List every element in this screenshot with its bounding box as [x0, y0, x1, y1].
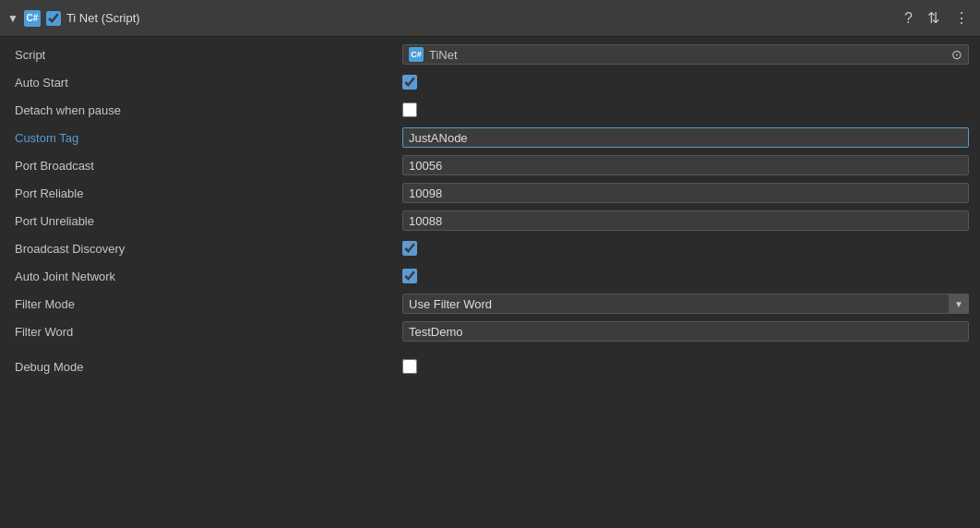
- script-field[interactable]: C# TiNet ⊙: [402, 44, 969, 65]
- filter-mode-value: Use Filter WordNo FilterWhitelistBlackli…: [402, 294, 969, 314]
- script-name: TiNet: [429, 48, 458, 62]
- auto-start-label: Auto Start: [15, 76, 402, 90]
- broadcast-discovery-value: [402, 241, 969, 256]
- port-unreliable-value: [402, 210, 969, 231]
- filter-word-field-row: Filter Word: [0, 318, 980, 345]
- detach-when-pause-value: [402, 102, 969, 117]
- broadcast-discovery-checkbox[interactable]: [402, 241, 417, 256]
- component-enabled-checkbox[interactable]: [46, 11, 61, 26]
- debug-mode-value: [402, 359, 969, 374]
- filter-word-value: [402, 321, 969, 342]
- auto-joint-network-label: Auto Joint Network: [15, 270, 402, 283]
- pin-button[interactable]: ⇅: [924, 9, 943, 28]
- script-label: Script: [15, 48, 402, 62]
- debug-mode-checkbox[interactable]: [402, 359, 417, 374]
- help-button[interactable]: ?: [901, 9, 916, 28]
- port-unreliable-field-row: Port Unreliable: [0, 207, 980, 234]
- divider: [0, 345, 980, 353]
- filter-mode-field-row: Filter Mode Use Filter WordNo FilterWhit…: [0, 290, 980, 318]
- filter-word-label: Filter Word: [15, 325, 402, 339]
- port-reliable-input[interactable]: [402, 183, 969, 203]
- script-field-row: Script C# TiNet ⊙: [0, 41, 980, 68]
- script-inner: C# TiNet: [409, 47, 951, 62]
- port-unreliable-input[interactable]: [402, 210, 969, 231]
- port-unreliable-label: Port Unreliable: [15, 214, 402, 228]
- debug-mode-label: Debug Mode: [15, 360, 402, 374]
- header-actions: ? ⇅ ⋮: [901, 9, 973, 28]
- port-reliable-field-row: Port Reliable: [0, 179, 980, 207]
- auto-joint-network-checkbox[interactable]: [402, 269, 417, 283]
- detach-when-pause-label: Detach when pause: [15, 103, 402, 117]
- custom-tag-value: [402, 127, 969, 148]
- filter-mode-select-wrap: Use Filter WordNo FilterWhitelistBlackli…: [402, 294, 969, 314]
- port-reliable-label: Port Reliable: [15, 186, 402, 200]
- port-broadcast-input[interactable]: [402, 155, 969, 175]
- component-panel: ▼ C# Ti Net (Script) ? ⇅ ⋮ Script C# TiN…: [0, 0, 980, 384]
- collapse-chevron-icon[interactable]: ▼: [7, 12, 18, 25]
- broadcast-discovery-field-row: Broadcast Discovery: [0, 234, 980, 262]
- filter-mode-select[interactable]: Use Filter WordNo FilterWhitelistBlackli…: [402, 294, 969, 314]
- custom-tag-input[interactable]: [402, 127, 969, 148]
- cs-icon: C#: [24, 10, 41, 27]
- port-broadcast-label: Port Broadcast: [15, 159, 402, 173]
- script-cs-icon: C#: [409, 47, 424, 62]
- detach-when-pause-checkbox[interactable]: [402, 102, 417, 117]
- custom-tag-field-row: Custom Tag: [0, 124, 980, 151]
- panel-title: Ti Net (Script): [66, 11, 895, 25]
- auto-start-value: [402, 75, 969, 90]
- port-broadcast-field-row: Port Broadcast: [0, 151, 980, 179]
- port-reliable-value: [402, 183, 969, 203]
- script-target-button[interactable]: ⊙: [951, 47, 962, 62]
- auto-start-field-row: Auto Start: [0, 68, 980, 96]
- debug-mode-field-row: Debug Mode: [0, 353, 980, 380]
- script-value-wrap: C# TiNet ⊙: [402, 44, 969, 65]
- detach-when-pause-field-row: Detach when pause: [0, 96, 980, 124]
- broadcast-discovery-label: Broadcast Discovery: [15, 242, 402, 256]
- auto-joint-network-field-row: Auto Joint Network: [0, 262, 980, 290]
- custom-tag-label: Custom Tag: [15, 131, 402, 145]
- filter-mode-label: Filter Mode: [15, 297, 402, 311]
- panel-body: Script C# TiNet ⊙ Auto Start Detach when…: [0, 37, 980, 384]
- port-broadcast-value: [402, 155, 969, 175]
- panel-header: ▼ C# Ti Net (Script) ? ⇅ ⋮: [0, 0, 980, 37]
- filter-word-input[interactable]: [402, 321, 969, 342]
- menu-button[interactable]: ⋮: [950, 9, 973, 28]
- auto-joint-network-value: [402, 269, 969, 283]
- auto-start-checkbox[interactable]: [402, 75, 417, 90]
